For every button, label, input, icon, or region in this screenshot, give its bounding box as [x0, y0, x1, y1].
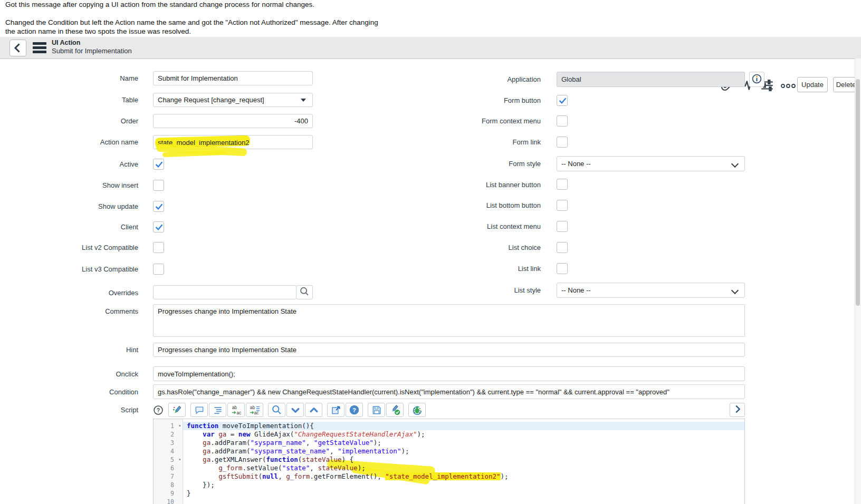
- code-line: function moveToImplementation(){: [183, 422, 744, 430]
- overrides-label: Overrides: [11, 289, 138, 297]
- order-input[interactable]: [153, 114, 313, 128]
- form-context-menu-button[interactable]: [33, 42, 46, 54]
- list-choice-checkbox[interactable]: [557, 242, 568, 253]
- code-line: [183, 498, 744, 504]
- gutter-row: 9: [154, 489, 183, 498]
- servicenow-ui-action-form: Got this message after copying a UI acti…: [0, 0, 861, 504]
- list-context-menu-checkbox[interactable]: [557, 221, 568, 232]
- line-number: 2: [170, 431, 174, 438]
- gutter-row: 5▾: [154, 455, 183, 464]
- code-line: g_form.setValue("state", stateValue);: [183, 464, 744, 472]
- gutter-row: 2: [154, 430, 183, 439]
- overrides-input[interactable]: [153, 285, 296, 299]
- help-button[interactable]: ?: [346, 403, 363, 417]
- comments-textarea[interactable]: [153, 304, 745, 337]
- list-v3-compatible-checkbox[interactable]: [153, 264, 164, 275]
- find-previous-button[interactable]: [305, 403, 322, 417]
- show-update-label: Show update: [11, 202, 138, 210]
- list-link-checkbox[interactable]: [557, 263, 568, 274]
- list-style-select[interactable]: -- None --: [557, 283, 745, 298]
- chevron-left-icon: [10, 40, 26, 56]
- save-and-validate-button[interactable]: [386, 403, 404, 417]
- back-button[interactable]: [9, 40, 26, 56]
- application-info-button[interactable]: [749, 72, 764, 87]
- script-expand-button[interactable]: [730, 403, 745, 417]
- format-code-button[interactable]: [209, 403, 226, 417]
- more-options-icon[interactable]: [780, 79, 796, 92]
- name-input[interactable]: [153, 71, 313, 85]
- find-next-button[interactable]: [286, 403, 304, 417]
- show-update-checkbox[interactable]: [153, 201, 164, 212]
- list-choice-label: List choice: [401, 244, 541, 251]
- table-select[interactable]: Change Request [change_request]: [153, 93, 313, 107]
- hint-input[interactable]: [153, 343, 745, 357]
- script-editor[interactable]: 1▾2345▾678910 function moveToImplementat…: [153, 419, 745, 504]
- list-style-label: List style: [401, 286, 541, 294]
- show-insert-checkbox[interactable]: [153, 180, 164, 191]
- table-select-value: Change Request [change_request]: [158, 96, 264, 104]
- application-input: [557, 72, 745, 87]
- check-icon: [558, 95, 568, 105]
- list-banner-button-label: List banner button: [401, 181, 541, 189]
- check-icon: [154, 159, 164, 169]
- line-number: 7: [170, 473, 174, 480]
- list-bottom-button-label: List bottom button: [401, 201, 541, 209]
- form-style-label: Form style: [401, 160, 541, 168]
- annotation-paragraph-1: Got this message after copying a UI acti…: [5, 1, 314, 9]
- replace-icon: abac: [231, 404, 242, 416]
- replace-all-button[interactable]: abac: [246, 403, 263, 417]
- help-circle-icon[interactable]: ?: [153, 405, 164, 415]
- chevron-down-icon: [290, 405, 301, 415]
- overrides-lookup-button[interactable]: [296, 285, 313, 299]
- code-fold-arrow-icon[interactable]: ▾: [178, 422, 181, 430]
- list-context-menu-label: List context menu: [401, 222, 541, 230]
- check-icon: [154, 201, 164, 211]
- form-context-menu-checkbox[interactable]: [557, 115, 568, 127]
- svg-text:ac: ac: [254, 411, 259, 415]
- script-debugger-button[interactable]: [408, 403, 426, 417]
- code-fold-arrow-icon[interactable]: ▾: [178, 455, 181, 464]
- save-script-button[interactable]: [368, 403, 385, 417]
- form-link-checkbox[interactable]: [557, 137, 568, 148]
- table-label: Table: [11, 96, 138, 104]
- order-label: Order: [11, 117, 138, 125]
- line-number: 10: [167, 498, 174, 504]
- list-bottom-button-checkbox[interactable]: [557, 200, 568, 211]
- list-style-value: -- None --: [561, 286, 591, 294]
- code-lines: function moveToImplementation(){ var ga …: [183, 419, 744, 504]
- search-button[interactable]: [268, 403, 285, 417]
- list-v2-compatible-checkbox[interactable]: [153, 242, 164, 253]
- debug-bug-icon: [412, 404, 423, 416]
- syntax-editor-toggle-button[interactable]: [168, 403, 186, 417]
- client-checkbox[interactable]: [153, 221, 164, 232]
- scrollbar-thumb[interactable]: [856, 79, 860, 306]
- form-style-select[interactable]: -- None --: [557, 156, 745, 171]
- action-name-label: Action name: [11, 138, 138, 146]
- svg-text:?: ?: [352, 407, 356, 413]
- gutter-row: 3: [154, 439, 183, 447]
- gutter-row: 1▾: [154, 422, 183, 430]
- condition-label: Condition: [11, 388, 138, 396]
- svg-text:?: ?: [157, 407, 160, 413]
- line-number: 3: [170, 439, 174, 447]
- client-label: Client: [11, 223, 138, 231]
- form-context-menu-label: Form context menu: [401, 117, 541, 125]
- comment-code-button[interactable]: [190, 403, 208, 417]
- list-link-label: List link: [401, 265, 541, 273]
- code-line: gsftSubmit(null, g_form.getFormElement()…: [183, 472, 744, 481]
- open-new-window-icon: [331, 405, 341, 415]
- replace-button[interactable]: abac: [227, 403, 245, 417]
- svg-text:ac: ac: [236, 411, 241, 415]
- active-checkbox[interactable]: [153, 159, 164, 170]
- form-header: UI Action Submit for Implementation Upda…: [0, 37, 861, 59]
- condition-input[interactable]: [153, 384, 745, 399]
- code-line: ga.addParam("sysparm_state_name", "imple…: [183, 447, 744, 455]
- update-button[interactable]: Update: [797, 77, 828, 92]
- open-in-new-window-button[interactable]: [327, 403, 345, 417]
- line-number: 9: [170, 490, 174, 497]
- line-number: 5: [170, 456, 174, 463]
- list-banner-button-checkbox[interactable]: [557, 179, 568, 190]
- form-button-checkbox[interactable]: [557, 95, 568, 106]
- onclick-input[interactable]: [153, 366, 745, 381]
- line-number: 1: [170, 422, 174, 430]
